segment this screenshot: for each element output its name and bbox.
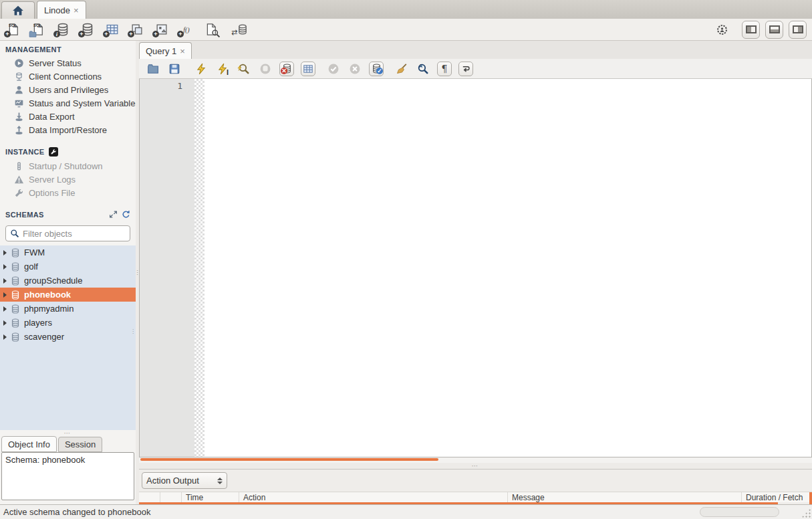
toggle-wrap-icon[interactable] [458, 62, 473, 76]
spinner-arrows-icon [217, 478, 223, 484]
sidebar-item-label: Users and Privileges [29, 85, 108, 95]
main-area: Query 1 × I ✕ ✓ A ¶ [139, 41, 812, 504]
explain-icon[interactable] [237, 62, 251, 76]
sidebar-item-label: Data Export [29, 112, 75, 122]
expand-arrow-icon[interactable] [3, 278, 7, 284]
output-col-time[interactable]: Time [182, 492, 239, 502]
tree-splitter-handle[interactable]: ⋮ [130, 330, 136, 333]
tab-object-info[interactable]: Object Info [1, 436, 57, 452]
expand-arrow-icon[interactable] [3, 334, 7, 340]
close-icon[interactable]: × [74, 5, 79, 15]
output-view-label: Action Output [146, 476, 213, 486]
query-tab-strip: Query 1 × [139, 41, 812, 59]
close-icon[interactable]: × [180, 46, 185, 56]
output-col-message[interactable]: Message [508, 492, 742, 502]
refresh-schemas-icon[interactable] [122, 210, 130, 219]
sidebar-item-label: Client Connections [29, 72, 102, 82]
open-sql-script-icon[interactable]: SQL [30, 21, 46, 37]
sidebar-item-status-system-variables[interactable]: Status and System Variables [0, 96, 136, 110]
execute-icon[interactable] [194, 62, 209, 76]
sidebar-item-label: Options File [29, 188, 75, 198]
sidebar-item-server-status[interactable]: Server Status [0, 56, 136, 70]
toggle-left-sidebar-button[interactable] [742, 21, 760, 39]
schema-label: players [24, 318, 52, 328]
home-icon [12, 5, 24, 17]
sidebar-item-label: Startup / Shutdown [29, 161, 103, 171]
sidebar-item-users-privileges[interactable]: Users and Privileges [0, 83, 136, 96]
schema-item-phonebook-selected[interactable]: phonebook [0, 288, 136, 302]
data-import-icon [14, 125, 24, 135]
query-tab-label: Query 1 [146, 46, 176, 56]
output-col-duration[interactable]: Duration / Fetch [742, 492, 812, 502]
sidebar-item-client-connections[interactable]: Client Connections [0, 70, 136, 83]
sidebar-splitter[interactable]: ⋯ [0, 430, 136, 436]
expand-arrow-icon[interactable] [3, 306, 7, 312]
output-view-selector[interactable]: Action Output [142, 472, 227, 489]
schema-item-scavenger[interactable]: scavenger [0, 330, 136, 344]
schema-label: scavenger [24, 332, 64, 342]
schema-item-fwm[interactable]: FWM [0, 245, 136, 260]
beautify-icon[interactable] [394, 62, 409, 76]
expand-schemas-icon[interactable] [109, 210, 118, 219]
management-section-header: MANAGEMENT [0, 41, 136, 56]
instance-wrench-icon [49, 147, 58, 157]
sidebar-item-server-logs[interactable]: Server Logs [0, 173, 136, 186]
query-tab[interactable]: Query 1 × [139, 42, 192, 59]
inspect-database-icon[interactable]: i [55, 21, 71, 37]
editor-output-splitter[interactable]: ⋯ [139, 463, 812, 469]
schema-item-golf[interactable]: golf [0, 260, 136, 274]
schemas-title: SCHEMAS [5, 211, 44, 219]
sidebar-item-options-file[interactable]: Options File [0, 186, 136, 199]
sidebar-item-label: Data Import/Restore [29, 125, 107, 135]
limit-rows-icon[interactable] [301, 62, 315, 76]
sidebar-item-startup-shutdown[interactable]: Startup / Shutdown [0, 159, 136, 173]
resize-grip[interactable] [801, 508, 811, 518]
search-data-icon[interactable] [203, 21, 219, 37]
output-col-status[interactable] [139, 492, 160, 502]
save-script-icon[interactable] [167, 62, 182, 76]
schema-label: FWM [24, 247, 45, 257]
editor-hscrollbar-thumb[interactable] [140, 458, 438, 461]
schema-item-players[interactable]: players [0, 316, 136, 330]
toggle-autocommit-icon[interactable]: ✓ [369, 62, 384, 76]
output-vscrollbar[interactable] [809, 492, 812, 504]
home-tab[interactable] [1, 1, 35, 19]
status-progress-pill [700, 507, 779, 517]
toggle-invisibles-icon[interactable]: ¶ [437, 62, 452, 76]
create-procedure-icon[interactable]: + [154, 21, 170, 37]
preferences-icon[interactable] [714, 21, 730, 37]
tab-session[interactable]: Session [58, 437, 102, 452]
startup-shutdown-icon [14, 161, 24, 171]
sidebar-item-label: Server Logs [29, 175, 76, 185]
reconnect-dbms-icon[interactable]: ⇄ [233, 21, 249, 37]
sidebar-item-data-import[interactable]: Data Import/Restore [0, 123, 136, 136]
new-sql-tab-icon[interactable]: SQL+ [5, 21, 21, 37]
sidebar-item-label: Status and System Variables [29, 98, 136, 108]
connection-tab[interactable]: Linode × [37, 1, 86, 19]
create-table-icon[interactable]: + [104, 21, 120, 37]
expand-arrow-icon[interactable] [3, 250, 7, 255]
schema-item-phpmyadmin[interactable]: phpmyadmin [0, 302, 136, 316]
expand-arrow-icon[interactable] [3, 320, 7, 326]
expand-arrow-icon[interactable] [3, 264, 7, 270]
create-function-icon[interactable]: f()+ [178, 21, 194, 37]
output-table-header: Time Action Message Duration / Fetch [139, 492, 812, 502]
output-col-index[interactable] [160, 492, 182, 502]
expand-arrow-icon[interactable] [3, 292, 7, 298]
sidebar-item-data-export[interactable]: Data Export [0, 110, 136, 123]
schema-item-groupschedule[interactable]: groupSchedule [0, 274, 136, 288]
create-schema-icon[interactable]: + [80, 21, 96, 37]
toggle-output-area-button[interactable] [765, 21, 783, 39]
open-script-icon[interactable] [146, 62, 160, 76]
editor-text-area[interactable] [205, 79, 811, 457]
toggle-stop-on-error-icon[interactable]: ✕ [279, 62, 294, 76]
output-col-action[interactable]: Action [239, 492, 508, 502]
execute-current-icon[interactable]: I [215, 62, 230, 76]
find-icon[interactable]: A [416, 62, 430, 76]
create-view-icon[interactable]: + [129, 21, 145, 37]
users-icon [14, 85, 24, 95]
schema-filter-input[interactable] [23, 229, 126, 239]
toggle-right-sidebar-button[interactable] [789, 21, 807, 39]
schema-icon [11, 276, 20, 286]
info-panel-tabs: Object Info Session [0, 436, 136, 452]
